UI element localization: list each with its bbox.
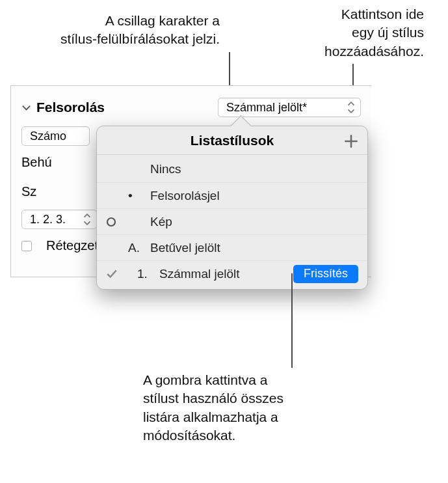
style-item-label: Nincs bbox=[150, 162, 181, 176]
style-prefix: • bbox=[128, 189, 146, 203]
style-item-bullet[interactable]: • Felsorolásjel bbox=[97, 182, 367, 208]
svg-point-0 bbox=[107, 218, 115, 226]
list-style-popup[interactable]: Számmal jelölt* bbox=[218, 98, 361, 117]
callout-update-label: A gombra kattintva a stílust használó ös… bbox=[143, 371, 345, 445]
number-format-popup[interactable]: 1. 2. 3. bbox=[21, 210, 97, 229]
indent-label: Behú bbox=[21, 155, 52, 170]
style-prefix: 1. bbox=[137, 267, 155, 281]
numbering-type-popup[interactable]: Számo bbox=[21, 126, 90, 146]
section-toggle-bullets[interactable]: Felsorolás bbox=[21, 100, 105, 115]
popover-list: Nincs • Felsorolásjel Kép A. Betűvel jel… bbox=[97, 155, 367, 289]
style-item-image[interactable]: Kép bbox=[97, 208, 367, 234]
style-item-numbered[interactable]: 1. Számmal jelölt Frissítés bbox=[97, 260, 367, 286]
style-item-label: Felsorolásjel bbox=[150, 189, 220, 203]
popover-title: Listastílusok bbox=[191, 133, 274, 148]
style-item-lettered[interactable]: A. Betűvel jelölt bbox=[97, 234, 367, 260]
update-style-button[interactable]: Frissítés bbox=[293, 265, 358, 283]
section-title: Felsorolás bbox=[36, 100, 105, 115]
style-item-label: Betűvel jelölt bbox=[150, 241, 220, 255]
number-format-label: 1. 2. 3. bbox=[30, 213, 66, 227]
style-prefix: A. bbox=[128, 241, 146, 255]
list-styles-popover: Listastílusok Nincs • Felsorolásjel Kép … bbox=[96, 126, 368, 290]
tiered-checkbox[interactable] bbox=[21, 241, 32, 251]
updown-arrows-icon bbox=[83, 214, 91, 225]
add-style-button[interactable] bbox=[343, 133, 360, 150]
list-style-current: Számmal jelölt* bbox=[226, 101, 307, 115]
callout-asterisk-label: A csillag karakter a stílus-felülbírálás… bbox=[5, 12, 220, 49]
image-bullet-icon bbox=[106, 217, 116, 227]
numbering-type-label: Számo bbox=[30, 130, 66, 143]
checkmark-icon bbox=[106, 268, 118, 280]
callout-add-label: Kattintson ide egy új stílus hozzáadásáh… bbox=[255, 5, 424, 61]
updown-arrows-icon bbox=[347, 102, 355, 113]
width-label: Sz bbox=[21, 184, 36, 199]
style-item-label: Kép bbox=[150, 215, 172, 229]
style-item-label: Számmal jelölt bbox=[159, 267, 240, 281]
chevron-down-icon bbox=[21, 103, 31, 113]
callout-line bbox=[291, 273, 293, 368]
style-item-none[interactable]: Nincs bbox=[97, 156, 367, 182]
popover-title-row: Listastílusok bbox=[97, 126, 367, 155]
